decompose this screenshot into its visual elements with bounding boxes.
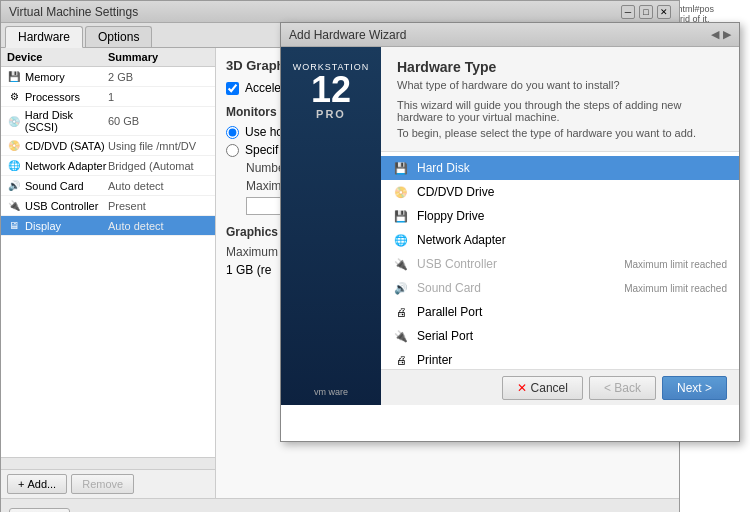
title-controls: ─ □ ✕: [621, 5, 671, 19]
specify-radio[interactable]: [226, 144, 239, 157]
sound-icon: 🔊: [7, 179, 21, 193]
specify-label: Specif: [245, 143, 278, 157]
wizard-instruction: To begin, please select the type of hard…: [397, 127, 723, 139]
hw-type-cd-dvd[interactable]: 📀 CD/DVD Drive: [381, 180, 739, 204]
vmware-brand: vm ware: [306, 379, 356, 405]
hardware-table: 💾Memory 2 GB ⚙Processors 1 💿Hard Disk (S…: [1, 67, 215, 457]
hw-type-printer[interactable]: 🖨 Printer: [381, 348, 739, 369]
wizard-title-bar: Add Hardware Wizard ◀ ▶: [281, 23, 739, 47]
wizard-intro: This wizard will guide you through the s…: [397, 99, 723, 123]
wizard-nav: ◀ ▶: [711, 28, 731, 41]
help-bar: ? Help: [1, 498, 679, 512]
wizard-title-text: Add Hardware Wizard: [289, 28, 406, 42]
maximize-button[interactable]: □: [639, 5, 653, 19]
add-icon: +: [18, 478, 24, 490]
minimize-button[interactable]: ─: [621, 5, 635, 19]
wizard-cancel-button[interactable]: ✕ Cancel: [502, 376, 583, 400]
cd-dvd-icon: 📀: [7, 139, 21, 153]
sound-type-icon: 🔊: [393, 280, 409, 296]
remove-hardware-button[interactable]: Remove: [71, 474, 134, 494]
hard-disk-type-icon: 💾: [393, 160, 409, 176]
close-button[interactable]: ✕: [657, 5, 671, 19]
wizard-sidebar: WORKSTATION 12 PRO vm ware: [281, 47, 381, 405]
hardware-list-panel: Device Summary 💾Memory 2 GB ⚙Processors …: [1, 48, 216, 498]
hw-row-processors[interactable]: ⚙Processors 1: [1, 87, 215, 107]
hw-type-hard-disk[interactable]: 💾 Hard Disk: [381, 156, 739, 180]
cancel-icon: ✕: [517, 381, 527, 395]
cd-dvd-type-icon: 📀: [393, 184, 409, 200]
printer-type-icon: 🖨: [393, 352, 409, 368]
usb-type-icon: 🔌: [393, 256, 409, 272]
hw-type-usb[interactable]: 🔌 USB Controller Maximum limit reached: [381, 252, 739, 276]
wizard-back-button[interactable]: < Back: [589, 376, 656, 400]
usb-icon: 🔌: [7, 199, 21, 213]
hardware-table-header: Device Summary: [1, 48, 215, 67]
display-icon: 🖥: [7, 219, 21, 233]
hardware-type-list: 💾 Hard Disk 📀 CD/DVD Drive 💾 Floppy Driv…: [381, 152, 739, 369]
tab-hardware[interactable]: Hardware: [5, 26, 83, 48]
wizard-footer: ✕ Cancel < Back Next >: [381, 369, 739, 405]
hw-row-network[interactable]: 🌐Network Adapter Bridged (Automat: [1, 156, 215, 176]
memory-icon: 💾: [7, 70, 21, 84]
wizard-description-line1: What type of hardware do you want to ins…: [397, 79, 723, 91]
scrollbar[interactable]: [1, 457, 215, 469]
wizard-next-button[interactable]: Next >: [662, 376, 727, 400]
hardware-buttons: + Add... Remove: [1, 469, 215, 498]
vmware-logo: WORKSTATION 12 PRO: [288, 57, 375, 125]
accelerate-3d-checkbox[interactable]: [226, 82, 239, 95]
tab-options[interactable]: Options: [85, 26, 152, 47]
floppy-type-icon: 💾: [393, 208, 409, 224]
wizard-content: Hardware Type What type of hardware do y…: [381, 47, 739, 405]
hw-row-usb[interactable]: 🔌USB Controller Present: [1, 196, 215, 216]
version-label: 12: [293, 72, 370, 108]
wizard-heading: Hardware Type: [397, 59, 723, 75]
add-hardware-button[interactable]: + Add...: [7, 474, 67, 494]
serial-type-icon: 🔌: [393, 328, 409, 344]
wizard-body: WORKSTATION 12 PRO vm ware Hardware Type…: [281, 47, 739, 405]
hw-type-sound[interactable]: 🔊 Sound Card Maximum limit reached: [381, 276, 739, 300]
wizard-back-nav[interactable]: ◀: [711, 28, 719, 41]
title-bar: Virtual Machine Settings ─ □ ✕: [1, 1, 679, 23]
help-button[interactable]: ? Help: [9, 508, 70, 513]
add-hardware-wizard: Add Hardware Wizard ◀ ▶ WORKSTATION 12 P…: [280, 22, 740, 442]
network-icon: 🌐: [7, 159, 21, 173]
wizard-forward-nav[interactable]: ▶: [723, 28, 731, 41]
hw-type-serial[interactable]: 🔌 Serial Port: [381, 324, 739, 348]
hw-row-display[interactable]: 🖥Display Auto detect: [1, 216, 215, 236]
hard-disk-icon: 💿: [7, 114, 21, 128]
hw-row-memory[interactable]: 💾Memory 2 GB: [1, 67, 215, 87]
processor-icon: ⚙: [7, 90, 21, 104]
hw-row-hard-disk[interactable]: 💿Hard Disk (SCSI) 60 GB: [1, 107, 215, 136]
hw-type-parallel[interactable]: 🖨 Parallel Port: [381, 300, 739, 324]
hw-type-network[interactable]: 🌐 Network Adapter: [381, 228, 739, 252]
wizard-header: Hardware Type What type of hardware do y…: [381, 47, 739, 152]
summary-column-header: Summary: [108, 51, 209, 63]
network-type-icon: 🌐: [393, 232, 409, 248]
hw-row-sound[interactable]: 🔊Sound Card Auto detect: [1, 176, 215, 196]
device-column-header: Device: [7, 51, 108, 63]
hw-type-floppy[interactable]: 💾 Floppy Drive: [381, 204, 739, 228]
pro-label: PRO: [293, 108, 370, 120]
use-host-label: Use ho: [245, 125, 283, 139]
parallel-type-icon: 🖨: [393, 304, 409, 320]
use-host-radio[interactable]: [226, 126, 239, 139]
hw-row-cd-dvd[interactable]: 📀CD/DVD (SATA) Using file /mnt/DV: [1, 136, 215, 156]
window-title: Virtual Machine Settings: [9, 5, 138, 19]
